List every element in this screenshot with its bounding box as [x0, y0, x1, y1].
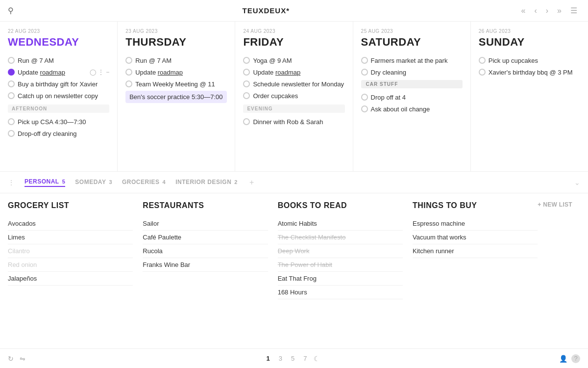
tabs-bar: ⋮ PERSONAL 5 SOMEDAY 3 GROCERIES 4 INTER…	[0, 172, 588, 193]
task-dropoff-sat[interactable]: Drop off at 4	[361, 91, 463, 103]
task-action-circle[interactable]: ◯	[90, 69, 96, 76]
roadmap-link-wed[interactable]: roadmap	[40, 69, 65, 76]
list-item-power-habit[interactable]: The Power of Habit	[278, 258, 403, 272]
task-drycleaning-sat[interactable]: Dry cleaning	[361, 66, 463, 78]
task-cupcakes-fri[interactable]: Order cupcakes	[243, 90, 344, 102]
day-thursday: 23 AUG 2023 THURSDAY Run @ 7 AM Update r…	[118, 22, 235, 171]
task-check-sun-1[interactable]	[479, 57, 486, 64]
task-roadmap-wed[interactable]: Update roadmap ◯ ⋮ −	[8, 66, 109, 78]
task-check-fri-1[interactable]	[243, 57, 250, 64]
task-check-sat-3[interactable]	[361, 94, 368, 101]
list-item-vacuum[interactable]: Vacuum that works	[413, 231, 538, 244]
roadmap-link-fri[interactable]: roadmap	[275, 69, 300, 76]
nav-next-button[interactable]: ›	[543, 4, 551, 17]
task-action-dots[interactable]: ⋮	[98, 69, 104, 76]
list-item-runner[interactable]: Kitchen runner	[413, 244, 538, 258]
task-cupcakes-sun[interactable]: Pick up cupcakes	[479, 54, 580, 66]
task-check-wed-1[interactable]	[8, 57, 15, 64]
task-check-thu-1[interactable]	[125, 57, 132, 64]
task-dinner-fri[interactable]: Dinner with Rob & Sarah	[243, 116, 344, 128]
list-item-sailor[interactable]: Sailor	[143, 217, 268, 231]
page-1[interactable]: 1	[265, 354, 272, 363]
page-3[interactable]: 3	[277, 354, 284, 363]
day-friday: 24 AUG 2023 FRIDAY Yoga @ 9 AM Update ro…	[235, 22, 353, 171]
task-newsletter-copy-wed[interactable]: Catch up on newsletter copy	[8, 90, 109, 102]
dark-mode-icon[interactable]: ☾	[314, 355, 320, 363]
task-roadmap-fri[interactable]: Update roadmap	[243, 66, 344, 78]
nav-next-next-button[interactable]: »	[554, 4, 564, 17]
tab-groceries[interactable]: GROCERIES 4	[122, 179, 166, 186]
task-check-thu-3[interactable]	[125, 80, 132, 87]
task-text-wed-4: Catch up on newsletter copy	[18, 92, 98, 100]
add-tab-button[interactable]: +	[249, 178, 254, 187]
list-item-rucola[interactable]: Rucola	[143, 244, 268, 258]
list-item-deepwork[interactable]: Deep Work	[278, 244, 403, 258]
list-item-cafe[interactable]: Café Paulette	[143, 231, 268, 244]
task-bbq-sun[interactable]: Xavier's birthday bbq @ 3 PM	[479, 66, 580, 78]
task-check-wed-3[interactable]	[8, 80, 15, 87]
task-actions-wed: ◯ ⋮ −	[90, 69, 109, 76]
sync-icon[interactable]: ⇋	[20, 355, 25, 363]
task-csa-wed[interactable]: Pick up CSA 4:30—7:30	[8, 116, 109, 128]
page-7[interactable]: 7	[301, 354, 309, 363]
list-item-atomic[interactable]: Atomic Habits	[278, 217, 403, 231]
list-item-limes[interactable]: Limes	[8, 231, 133, 244]
nav-prev-button[interactable]: ‹	[531, 4, 539, 17]
day-date-wed: 22 AUG 2023	[8, 28, 109, 34]
task-action-minus[interactable]: −	[106, 69, 109, 76]
task-check-wed-5[interactable]	[8, 118, 15, 125]
list-item-eat-frog[interactable]: Eat That Frog	[278, 272, 403, 286]
refresh-icon[interactable]: ↻	[8, 355, 14, 363]
task-check-wed-4[interactable]	[8, 92, 15, 99]
task-farmers-sat[interactable]: Farmers market at the park	[361, 54, 463, 66]
list-item-franks[interactable]: Franks Wine Bar	[143, 258, 268, 272]
task-text-fri-2: Update roadmap	[253, 69, 300, 76]
roadmap-link-thu[interactable]: roadmap	[158, 69, 183, 76]
task-run-thu[interactable]: Run @ 7 AM	[125, 54, 227, 66]
list-item-jalapenos[interactable]: Jalapeños	[8, 272, 133, 286]
user-icon[interactable]: 👤	[559, 355, 567, 363]
list-grocery: GROCERY LIST Avocados Limes Cilantro Red…	[8, 201, 143, 299]
task-roadmap-thu[interactable]: Update roadmap	[125, 66, 227, 78]
task-schedule-fri[interactable]: Schedule newsletter for Monday	[243, 78, 344, 90]
list-item-avocados[interactable]: Avocados	[8, 217, 133, 231]
day-saturday: 25 AUG 2023 SATURDAY Farmers market at t…	[353, 22, 471, 171]
tabs-chevron[interactable]: ⌄	[574, 179, 580, 186]
tab-interior-design[interactable]: INTERIOR DESIGN 2	[175, 179, 238, 186]
task-drycleaning-wed[interactable]: Drop-off dry cleaning	[8, 128, 109, 139]
task-oil-sat[interactable]: Ask about oil change	[361, 103, 463, 115]
new-list-button[interactable]: + NEW LIST	[538, 201, 572, 208]
task-check-wed-2[interactable]	[8, 69, 15, 76]
menu-button[interactable]: ☰	[567, 4, 580, 17]
list-item-checklist[interactable]: The Checklist Manifesto	[278, 231, 403, 244]
list-item-red-onion[interactable]: Red onion	[8, 258, 133, 272]
task-check-thu-2[interactable]	[125, 69, 132, 76]
task-check-fri-5[interactable]	[243, 118, 250, 125]
tab-someday[interactable]: SOMEDAY 3	[75, 179, 112, 186]
task-yoga-fri[interactable]: Yoga @ 9 AM	[243, 54, 344, 66]
list-item-cilantro[interactable]: Cilantro	[8, 244, 133, 258]
task-check-sat-2[interactable]	[361, 69, 368, 76]
task-check-sat-4[interactable]	[361, 105, 368, 112]
lists-header-row: GROCERY LIST Avocados Limes Cilantro Red…	[0, 193, 588, 299]
task-soccer-thu[interactable]: Ben's soccer practice 5:30—7:00	[125, 91, 227, 103]
list-things-title: THINGS TO BUY	[413, 201, 538, 210]
task-check-sat-1[interactable]	[361, 57, 368, 64]
task-gift-wed[interactable]: Buy a birthday gift for Xavier	[8, 78, 109, 90]
task-check-wed-6[interactable]	[8, 130, 15, 137]
task-check-fri-3[interactable]	[243, 80, 250, 87]
task-check-fri-2[interactable]	[243, 69, 250, 76]
list-item-espresso[interactable]: Espresso machine	[413, 217, 538, 231]
tab-interior-label: INTERIOR DESIGN	[175, 179, 231, 185]
search-icon[interactable]: ⚲	[8, 6, 14, 15]
list-item-168hours[interactable]: 168 Hours	[278, 286, 403, 299]
page-5[interactable]: 5	[289, 354, 296, 363]
task-text-sun-1: Pick up cupcakes	[489, 57, 538, 64]
task-run-wed[interactable]: Run @ 7 AM	[8, 54, 109, 66]
nav-prev-prev-button[interactable]: «	[518, 4, 529, 17]
help-icon[interactable]: ?	[571, 354, 580, 363]
task-check-sun-2[interactable]	[479, 69, 486, 76]
task-meeting-thu[interactable]: Team Weekly Meeting @ 11	[125, 78, 227, 90]
tab-personal[interactable]: PERSONAL 5	[24, 178, 65, 187]
task-check-fri-4[interactable]	[243, 92, 250, 99]
